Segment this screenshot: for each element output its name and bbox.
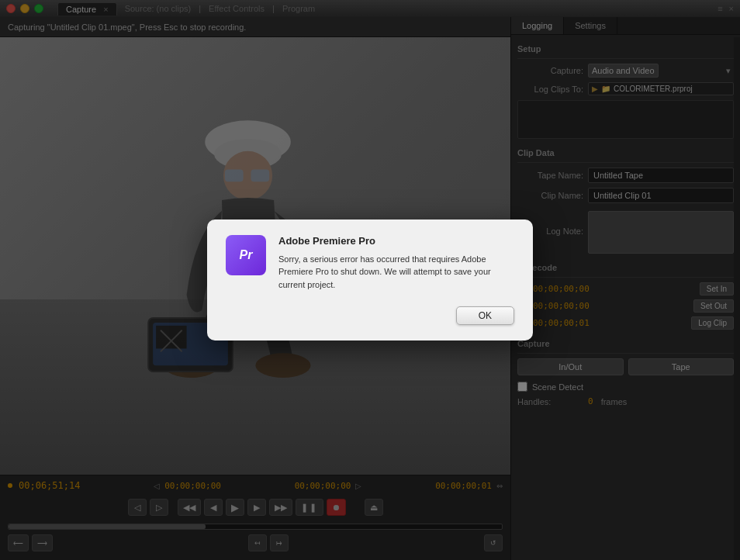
dialog-buttons: OK xyxy=(226,306,514,325)
dialog-content: Adobe Premiere Pro Sorry, a serious erro… xyxy=(226,235,514,292)
dialog-title: Adobe Premiere Pro xyxy=(278,235,514,247)
dialog-overlay: Adobe Premiere Pro Sorry, a serious erro… xyxy=(0,0,740,560)
premiere-icon xyxy=(226,235,266,275)
dialog-ok-button[interactable]: OK xyxy=(456,306,514,325)
dialog-message: Sorry, a serious error has occurred that… xyxy=(278,253,514,292)
dialog-text: Adobe Premiere Pro Sorry, a serious erro… xyxy=(278,235,514,292)
error-dialog: Adobe Premiere Pro Sorry, a serious erro… xyxy=(207,220,533,341)
